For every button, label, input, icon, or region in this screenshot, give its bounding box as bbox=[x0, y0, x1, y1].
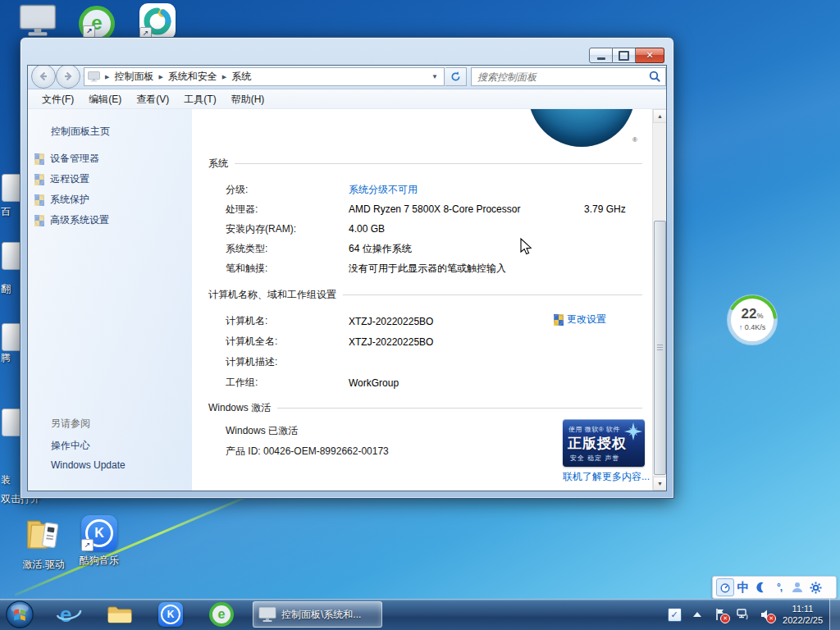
sidebar: 控制面板主页 设备管理器 远程设置 系统保护 高级系统设置 另请参阅 bbox=[28, 109, 192, 491]
minimize-button[interactable] bbox=[589, 48, 613, 63]
ime-settings-button[interactable] bbox=[806, 578, 824, 596]
close-icon: ✕ bbox=[646, 50, 653, 61]
refresh-button[interactable] bbox=[445, 67, 467, 86]
rating-link[interactable]: 系统分级不可用 bbox=[349, 183, 418, 197]
tray-antivirus-icon[interactable]: ✓ bbox=[667, 607, 682, 622]
computer-icon bbox=[258, 606, 276, 623]
kugou-icon: K bbox=[158, 602, 183, 627]
sidebar-item-advanced-system-settings[interactable]: 高级系统设置 bbox=[34, 210, 109, 231]
menu-help[interactable]: 帮助(H) bbox=[224, 90, 272, 108]
forward-button[interactable] bbox=[56, 65, 80, 89]
breadcrumb-system-security[interactable]: 系统和安全 bbox=[168, 70, 217, 84]
uac-shield-icon bbox=[34, 194, 44, 206]
up-arrow-icon bbox=[693, 612, 701, 617]
taskbar-explorer-button[interactable] bbox=[103, 600, 136, 628]
taskbar-green-browser-button[interactable]: e bbox=[205, 600, 238, 628]
shortcut-arrow-icon: ↗ bbox=[81, 539, 94, 551]
show-desktop-button[interactable] bbox=[829, 599, 840, 630]
shortcut-arrow-icon: ↗ bbox=[83, 25, 95, 38]
scroll-up-icon: ▲ bbox=[657, 113, 663, 119]
taskbar-task-control-panel[interactable]: 控制面板\系统和... bbox=[253, 601, 382, 628]
ime-logo-button[interactable] bbox=[716, 578, 734, 596]
ime-skin-button[interactable] bbox=[788, 578, 806, 596]
system-properties-window: ✕ ▼ ▶ 控制面板 ▶ 系统和安全 ▶ 系统 bbox=[20, 37, 674, 499]
ime-chinese-mode-button[interactable]: 中 bbox=[734, 578, 752, 596]
refresh-icon bbox=[450, 71, 462, 83]
menu-edit[interactable]: 编辑(E) bbox=[81, 90, 129, 108]
kugou-icon: K ↗ bbox=[81, 515, 117, 551]
svg-text:e: e bbox=[60, 602, 71, 627]
desktop-icon-computer[interactable] bbox=[16, 4, 59, 39]
taskbar-kugou-button[interactable]: K bbox=[154, 600, 187, 628]
vertical-scrollbar[interactable]: ▲ ▼ bbox=[652, 109, 666, 491]
system-rows: 分级: 系统分级不可用 处理器: AMD Ryzen 7 5800X 8-Cor… bbox=[192, 180, 652, 278]
windows-start-icon bbox=[5, 600, 34, 629]
breadcrumb-control-panel[interactable]: 控制面板 bbox=[114, 70, 153, 84]
sidebar-item-remote-settings[interactable]: 远程设置 bbox=[34, 169, 89, 189]
address-bar[interactable]: ▶ 控制面板 ▶ 系统和安全 ▶ 系统 ▼ bbox=[84, 67, 445, 86]
sidebar-item-device-manager[interactable]: 设备管理器 bbox=[34, 148, 99, 169]
genuine-star-icon bbox=[623, 422, 643, 441]
minimize-icon bbox=[597, 57, 605, 60]
tray-show-hidden-icons[interactable] bbox=[690, 607, 705, 622]
genuine-microsoft-badge[interactable]: 使用 微软® 软件 正版授权 安全 稳定 声誉 bbox=[563, 419, 645, 467]
forward-arrow-icon bbox=[62, 70, 75, 83]
gear-icon bbox=[810, 582, 822, 594]
desktop-icon-swirl-app[interactable]: ↗ bbox=[136, 3, 179, 39]
learn-more-link[interactable]: 联机了解更多内容... bbox=[563, 470, 650, 484]
back-arrow-icon bbox=[37, 70, 50, 83]
scroll-down-button[interactable]: ▼ bbox=[653, 477, 667, 491]
change-settings-link[interactable]: 更改设置 bbox=[554, 313, 606, 326]
row-workgroup: 工作组: WorkGroup bbox=[192, 372, 652, 393]
mute-badge-icon: ✕ bbox=[766, 614, 776, 623]
menu-tools[interactable]: 工具(T) bbox=[176, 90, 223, 108]
scrollbar-thumb[interactable] bbox=[654, 221, 666, 475]
address-dropdown-icon[interactable]: ▼ bbox=[429, 73, 441, 80]
taskbar-clock[interactable]: 11:11 2022/2/25 bbox=[783, 603, 823, 626]
sidebar-item-control-panel-home[interactable]: 控制面板主页 bbox=[51, 125, 110, 139]
folder-icon bbox=[107, 604, 133, 626]
speed-ball-widget[interactable]: 22% ↑ 0.4K/s bbox=[727, 294, 778, 345]
back-button[interactable] bbox=[31, 65, 56, 89]
ime-bar: 中 °, bbox=[712, 576, 837, 599]
row-processor: 处理器: AMD Ryzen 7 5800X 8-Core Processor … bbox=[192, 199, 652, 219]
sidebar-item-action-center[interactable]: 操作中心 bbox=[51, 439, 90, 453]
ime-punctuation-button[interactable]: °, bbox=[770, 578, 788, 596]
uac-shield-icon bbox=[554, 314, 564, 326]
search-box[interactable] bbox=[471, 67, 666, 86]
breadcrumb-sep-icon: ▶ bbox=[158, 74, 162, 80]
scroll-up-button[interactable]: ▲ bbox=[653, 109, 667, 123]
person-icon bbox=[792, 582, 803, 593]
search-input[interactable] bbox=[476, 71, 649, 84]
menu-view[interactable]: 查看(V) bbox=[129, 90, 176, 108]
network-icon bbox=[737, 609, 751, 621]
scroll-down-icon: ▼ bbox=[657, 481, 663, 486]
upload-arrow-icon: ↑ bbox=[739, 323, 743, 331]
desktop-icon-kugou-music[interactable]: K ↗ 酷狗音乐 bbox=[74, 515, 125, 568]
sidebar-item-windows-update[interactable]: Windows Update bbox=[51, 459, 126, 471]
tray-action-center-flag[interactable]: ✕ bbox=[713, 607, 728, 622]
tray-volume-icon[interactable]: ✕ bbox=[759, 607, 774, 622]
registered-mark: ® bbox=[632, 136, 637, 144]
breadcrumb-sep-icon: ▶ bbox=[222, 74, 226, 80]
navigation-bar: ▼ ▶ 控制面板 ▶ 系统和安全 ▶ 系统 ▼ bbox=[28, 66, 666, 89]
breadcrumb-system[interactable]: 系统 bbox=[231, 70, 251, 84]
ime-fullwidth-button[interactable] bbox=[752, 578, 770, 596]
section-title-system: 系统 bbox=[192, 157, 642, 171]
sidebar-item-system-protection[interactable]: 系统保护 bbox=[34, 189, 89, 210]
desktop-icon-activate-driver[interactable]: 激活.驱动 bbox=[18, 515, 69, 572]
close-button[interactable]: ✕ bbox=[636, 48, 664, 63]
maximize-button[interactable] bbox=[613, 48, 636, 63]
search-icon bbox=[649, 71, 661, 83]
row-pen-touch: 笔和触摸: 没有可用于此显示器的笔或触控输入 bbox=[192, 258, 652, 278]
windows-logo-orb bbox=[528, 109, 635, 147]
tray-network-icon[interactable] bbox=[736, 607, 751, 622]
menu-file[interactable]: 文件(F) bbox=[34, 90, 81, 108]
start-button[interactable] bbox=[3, 600, 36, 628]
processor-speed: 3.79 GHz bbox=[584, 203, 626, 215]
taskbar-ie-button[interactable]: e bbox=[52, 600, 85, 628]
window-content: 控制面板主页 设备管理器 远程设置 系统保护 高级系统设置 另请参阅 bbox=[28, 109, 666, 491]
section-title-activation: Windows 激活 bbox=[192, 401, 642, 415]
ie-icon: e bbox=[56, 602, 82, 627]
clock-date: 2022/2/25 bbox=[783, 614, 823, 626]
